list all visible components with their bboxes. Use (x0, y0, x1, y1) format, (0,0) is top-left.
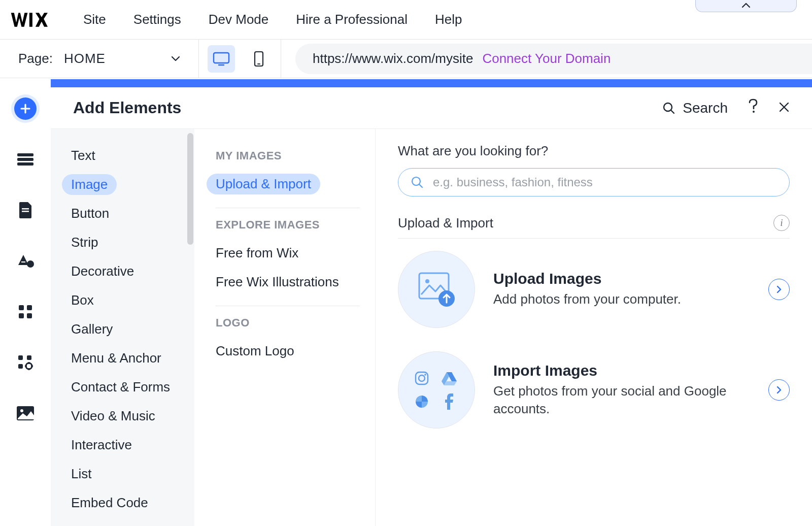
divider (216, 306, 360, 306)
section-custom-logo[interactable]: Custom Logo (216, 337, 360, 366)
menu-item-site[interactable]: Site (83, 12, 106, 27)
svg-rect-12 (19, 313, 24, 318)
plus-icon (20, 103, 31, 114)
facebook-icon (440, 392, 458, 411)
category-interactive[interactable]: Interactive (51, 431, 194, 459)
menu-item-hire-professional[interactable]: Hire a Professional (296, 12, 408, 27)
info-button[interactable]: i (773, 215, 790, 231)
design-icon (16, 253, 35, 269)
content-column: What are you looking for? Upload & Impor… (376, 129, 812, 526)
image-search-field[interactable] (398, 168, 790, 196)
business-tool[interactable] (11, 348, 40, 377)
desktop-view-button[interactable] (208, 45, 235, 73)
svg-rect-8 (22, 211, 29, 212)
close-button[interactable] (779, 100, 790, 116)
settings-puzzle-icon (17, 354, 34, 371)
svg-rect-3 (257, 63, 260, 64)
category-button[interactable]: Button (51, 199, 194, 228)
page-label: Page: (18, 51, 53, 67)
category-embed-code[interactable]: Embed Code (51, 488, 194, 517)
section-header-explore-images: EXPLORE IMAGES (216, 218, 360, 232)
add-elements-panel: Add Elements Search Text Image Button St… (51, 87, 812, 526)
search-label: Search (683, 100, 728, 116)
image-search-input[interactable] (433, 175, 777, 189)
google-photos-icon (413, 392, 431, 411)
panel-search-button[interactable]: Search (662, 100, 728, 116)
category-text[interactable]: Text (51, 141, 194, 170)
search-icon (411, 176, 424, 189)
svg-rect-16 (27, 355, 31, 360)
media-tool[interactable] (11, 399, 40, 428)
menu-item-help[interactable]: Help (435, 12, 462, 27)
category-image[interactable]: Image (51, 170, 194, 199)
svg-rect-6 (17, 162, 33, 166)
upload-images-go-button[interactable] (768, 279, 790, 300)
add-elements-tool[interactable] (11, 94, 40, 123)
url-bar: https://www.wix.com/mysite Connect Your … (295, 44, 812, 74)
menu-item-settings[interactable]: Settings (133, 12, 181, 27)
top-menu-bar: Site Settings Dev Mode Hire a Profession… (0, 0, 812, 40)
import-images-option[interactable]: Import Images Get photos from your socia… (398, 351, 790, 429)
section-free-wix-illustrations[interactable]: Free Wix Illustrations (216, 268, 360, 297)
option-desc: Add photos from your computer. (493, 290, 750, 308)
apps-tool[interactable] (11, 298, 40, 326)
connect-domain-link[interactable]: Connect Your Domain (482, 51, 611, 67)
search-icon (662, 102, 675, 115)
site-url: https://www.wix.com/mysite (313, 51, 473, 67)
categories-column: Text Image Button Strip Decorative Box G… (51, 129, 194, 526)
svg-point-21 (753, 111, 755, 113)
svg-rect-15 (18, 364, 23, 369)
svg-rect-1 (214, 53, 229, 63)
category-menu-anchor[interactable]: Menu & Anchor (51, 344, 194, 373)
svg-rect-5 (17, 158, 33, 161)
chevron-right-icon (776, 385, 782, 394)
help-button[interactable] (748, 98, 758, 117)
chevron-right-icon (776, 285, 782, 294)
search-prompt: What are you looking for? (398, 143, 790, 159)
section-header-my-images: MY IMAGES (216, 149, 360, 162)
category-social[interactable]: Social (51, 517, 194, 526)
section-free-from-wix[interactable]: Free from Wix (216, 239, 360, 268)
instagram-icon (413, 369, 431, 387)
section-header-logo: LOGO (216, 316, 360, 330)
collapse-toolbar-button[interactable] (695, 0, 797, 12)
sections-tool[interactable] (11, 145, 40, 174)
sub-toolbar: Page: HOME https://www.wix.com/mysite Co… (0, 40, 812, 78)
category-strip[interactable]: Strip (51, 228, 194, 257)
category-list[interactable]: List (51, 459, 194, 488)
section-icon (16, 152, 35, 167)
page-selector[interactable]: Page: HOME (0, 40, 199, 78)
content-section-title: Upload & Import (398, 215, 773, 231)
mobile-view-button[interactable] (245, 45, 273, 73)
option-text: Import Images Get photos from your socia… (493, 362, 750, 418)
import-images-go-button[interactable] (768, 379, 790, 401)
panel-body: Text Image Button Strip Decorative Box G… (51, 129, 812, 526)
upload-images-option[interactable]: Upload Images Add photos from your compu… (398, 251, 790, 328)
category-contact-forms[interactable]: Contact & Forms (51, 373, 194, 402)
chevron-up-icon (741, 3, 751, 9)
category-video-music[interactable]: Video & Music (51, 402, 194, 431)
svg-point-9 (27, 260, 34, 268)
upload-images-illustration (398, 251, 475, 328)
close-icon (779, 102, 790, 113)
background-stripe (51, 79, 812, 87)
device-toggle (199, 40, 281, 78)
panel-header-actions: Search (662, 98, 790, 117)
option-title: Import Images (493, 362, 750, 379)
category-gallery[interactable]: Gallery (51, 315, 194, 344)
option-title: Upload Images (493, 270, 750, 287)
scrollbar-thumb[interactable] (187, 133, 193, 245)
left-tool-rail (0, 79, 51, 526)
divider (216, 208, 360, 208)
pages-tool[interactable] (11, 196, 40, 224)
section-upload-import[interactable]: Upload & Import (216, 170, 360, 199)
svg-rect-11 (27, 305, 32, 310)
option-text: Upload Images Add photos from your compu… (493, 270, 750, 308)
design-tool[interactable] (11, 247, 40, 275)
svg-rect-10 (19, 305, 24, 310)
menu-item-dev-mode[interactable]: Dev Mode (209, 12, 269, 27)
category-box[interactable]: Box (51, 286, 194, 315)
svg-rect-4 (17, 153, 33, 156)
wix-logo (10, 10, 54, 29)
category-decorative[interactable]: Decorative (51, 257, 194, 286)
